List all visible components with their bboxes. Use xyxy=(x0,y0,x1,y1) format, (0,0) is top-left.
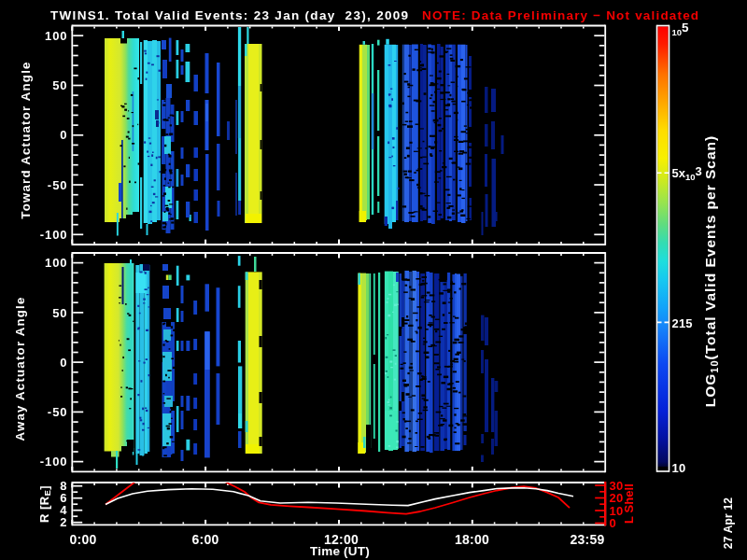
svg-text:-100: -100 xyxy=(40,228,68,242)
svg-text:TWINS1. Total Valid Events: 23: TWINS1. Total Valid Events: 23 Jan (day … xyxy=(50,8,409,22)
svg-text:-100: -100 xyxy=(40,455,68,469)
svg-text:50: 50 xyxy=(52,306,67,320)
svg-text:100: 100 xyxy=(45,256,68,270)
svg-text:Time (UT): Time (UT) xyxy=(310,544,370,558)
svg-text:0:00: 0:00 xyxy=(70,532,97,547)
svg-text:0: 0 xyxy=(60,356,67,370)
svg-text:215: 215 xyxy=(672,316,693,330)
svg-text:-50: -50 xyxy=(48,405,68,419)
svg-text:23:59: 23:59 xyxy=(571,532,605,547)
svg-text:2: 2 xyxy=(60,515,66,529)
svg-text:L Shell: L Shell xyxy=(622,483,636,524)
svg-text:27 Apr 12: 27 Apr 12 xyxy=(722,497,735,550)
svg-text:6: 6 xyxy=(60,491,66,505)
svg-text:8: 8 xyxy=(60,479,66,493)
svg-text:0: 0 xyxy=(610,516,617,530)
svg-text:50: 50 xyxy=(52,78,67,92)
svg-text:Away Actuator Angle: Away Actuator Angle xyxy=(13,296,27,441)
svg-text:18:00: 18:00 xyxy=(455,532,489,547)
svg-text:-50: -50 xyxy=(48,178,68,192)
svg-text:0: 0 xyxy=(60,128,67,142)
svg-text:4: 4 xyxy=(60,503,67,517)
svg-text:NOTE: Data Preliminary − Not v: NOTE: Data Preliminary − Not validated xyxy=(422,8,699,22)
svg-text:10: 10 xyxy=(672,461,686,475)
svg-text:6:00: 6:00 xyxy=(192,532,219,547)
svg-text:Toward Actuator Angle: Toward Actuator Angle xyxy=(19,61,33,218)
svg-text:100: 100 xyxy=(45,29,68,43)
